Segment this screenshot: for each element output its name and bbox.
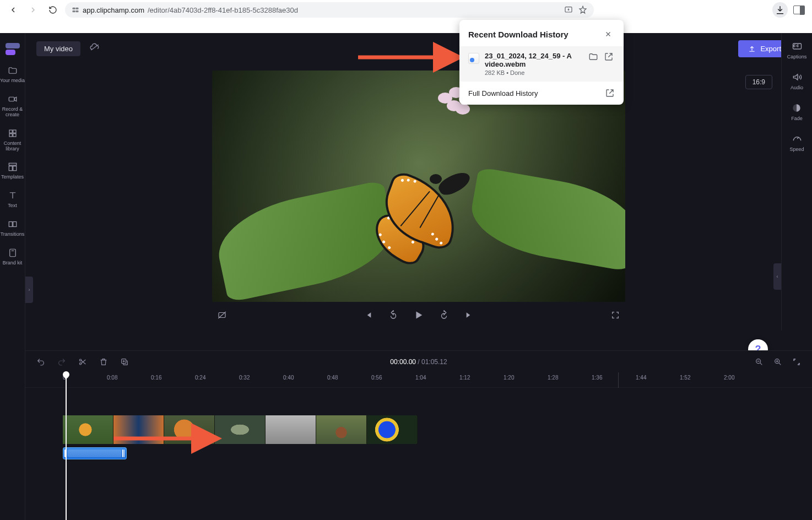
fit-timeline-button[interactable] — [791, 356, 802, 367]
download-history-popup: Recent Download History 23_01_2024, 12_2… — [459, 20, 624, 105]
clip-thumbnail — [266, 415, 316, 444]
library-icon — [7, 128, 18, 139]
duplicate-button[interactable] — [119, 356, 130, 367]
ruler-tick: 0:48 — [327, 375, 338, 381]
ruler-tick: 2:00 — [724, 375, 734, 381]
transitions-icon — [7, 219, 18, 230]
sidebar-captions[interactable]: Captions — [787, 41, 807, 59]
show-in-folder-icon[interactable] — [588, 52, 599, 63]
text-icon — [7, 190, 18, 201]
svg-rect-10 — [13, 133, 15, 136]
close-icon[interactable] — [602, 28, 615, 41]
file-size: 282 KB — [485, 69, 505, 76]
svg-rect-2 — [73, 11, 75, 12]
play-button[interactable] — [412, 308, 425, 322]
clip-thumbnail — [367, 415, 418, 444]
svg-rect-8 — [13, 130, 15, 133]
svg-rect-16 — [9, 249, 15, 257]
file-type-icon — [468, 53, 479, 64]
ruler-tick: 1:44 — [636, 375, 646, 381]
clip-thumbnail — [215, 415, 266, 444]
full-history-link[interactable]: Full Download History — [459, 82, 624, 105]
annotation-arrow-top — [358, 46, 463, 71]
left-sidebar: Your media Record & create Content libra… — [0, 33, 25, 520]
side-panel-button[interactable] — [791, 2, 806, 18]
ruler-tick: 0:16 — [151, 375, 161, 381]
svg-rect-1 — [76, 8, 78, 9]
download-item[interactable]: 23_01_2024, 12_24_59 - A video.webm 282 … — [459, 46, 624, 82]
zoom-in-button[interactable] — [772, 356, 783, 367]
ruler-tick: 1:36 — [592, 375, 602, 381]
svg-rect-9 — [9, 133, 12, 136]
sidebar-content-library[interactable]: Content library — [0, 128, 25, 152]
ruler-tick: 1:12 — [459, 375, 470, 381]
rewind-button[interactable] — [387, 308, 400, 322]
ruler-tick: 1:20 — [504, 375, 514, 381]
undo-button[interactable] — [35, 356, 46, 367]
app-logo[interactable] — [6, 43, 20, 55]
bookmark-star-icon[interactable] — [578, 6, 587, 14]
skip-start-button[interactable] — [361, 308, 375, 322]
timecode-display: 00:00.00 / 01:05.12 — [390, 358, 447, 366]
reload-button[interactable] — [45, 2, 61, 18]
split-button[interactable] — [77, 356, 88, 367]
folder-icon — [7, 65, 18, 76]
sidebar-expand-button[interactable]: › — [25, 277, 33, 303]
ruler-tick: 0:08 — [107, 375, 117, 381]
annotation-arrow-bottom — [107, 431, 217, 455]
upload-icon — [748, 45, 756, 52]
zoom-out-button[interactable] — [754, 356, 765, 367]
svg-rect-13 — [13, 166, 16, 171]
delete-button[interactable] — [98, 356, 109, 367]
templates-icon — [7, 161, 18, 172]
ruler-tick: 0:40 — [283, 375, 294, 381]
camera-icon — [7, 94, 18, 105]
cloud-sync-icon[interactable] — [89, 42, 100, 55]
svg-rect-6 — [9, 97, 14, 101]
back-button[interactable] — [6, 2, 21, 18]
ruler-tick: 0:24 — [195, 375, 205, 381]
svg-rect-14 — [9, 222, 12, 227]
ruler-tick: 1:52 — [680, 375, 690, 381]
file-name-line1: 23_01_2024, 12_24_59 - A — [485, 52, 572, 60]
player-controls — [212, 304, 625, 326]
redo-button[interactable] — [56, 356, 67, 367]
open-external-icon[interactable] — [604, 52, 615, 63]
timeline-ruler[interactable]: 00:080:160:240:320:400:480:561:041:121:2… — [25, 372, 812, 388]
url-path: /editor/4ab7403d-2ff8-41ef-b185-5c3288fa… — [148, 6, 298, 14]
svg-rect-7 — [9, 130, 12, 133]
install-app-icon[interactable] — [564, 6, 573, 14]
ruler-tick: 1:04 — [415, 375, 426, 381]
clip-thumbnail — [316, 415, 367, 444]
project-name-input[interactable]: My video — [36, 41, 80, 56]
svg-rect-3 — [76, 11, 78, 12]
export-label: Export — [760, 45, 781, 53]
ruler-tick: 0:56 — [371, 375, 382, 381]
crop-icon[interactable] — [215, 308, 229, 322]
playhead-line — [66, 377, 67, 520]
sidebar-text[interactable]: Text — [0, 190, 25, 209]
sidebar-brand-kit[interactable]: Brand kit — [0, 247, 25, 266]
skip-end-button[interactable] — [463, 308, 476, 322]
file-name-line2: video.webm — [485, 60, 526, 68]
svg-rect-11 — [9, 164, 17, 166]
sidebar-record-create[interactable]: Record & create — [0, 94, 25, 118]
open-external-icon — [605, 88, 615, 98]
address-bar[interactable]: app.clipchamp.com/editor/4ab7403d-2ff8-4… — [65, 2, 594, 18]
forward-button[interactable] — [25, 2, 41, 18]
fullscreen-button[interactable] — [609, 308, 622, 322]
sidebar-transitions[interactable]: Transitions — [0, 219, 25, 237]
svg-rect-12 — [9, 166, 12, 171]
timeline-toolbar: 00:00.00 / 01:05.12 — [25, 350, 812, 372]
url-domain: app.clipchamp.com — [83, 6, 144, 14]
forward-button[interactable] — [437, 308, 451, 322]
captions-icon — [792, 41, 803, 52]
sidebar-your-media[interactable]: Your media — [0, 65, 25, 84]
svg-rect-15 — [13, 222, 16, 227]
downloads-button[interactable] — [772, 2, 788, 18]
video-preview[interactable] — [212, 71, 625, 302]
clip-thumbnail — [63, 415, 113, 444]
sidebar-templates[interactable]: Templates — [0, 161, 25, 180]
ruler-tick: 1:28 — [548, 375, 558, 381]
ruler-tick: 0:32 — [239, 375, 250, 381]
